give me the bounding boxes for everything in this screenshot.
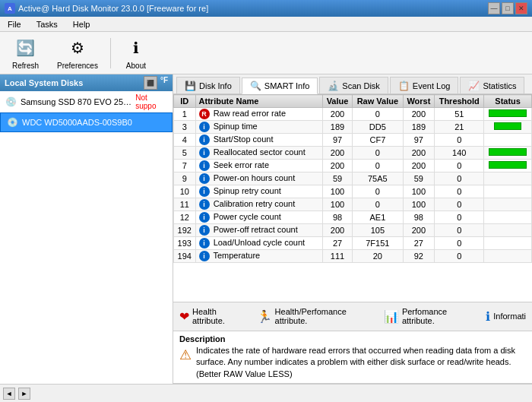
perf-icon: 📊 — [384, 309, 399, 324]
preferences-button[interactable]: ⚙ Preferences — [51, 33, 104, 73]
smart-row-status — [484, 147, 532, 160]
smart-row-name: i Power-on hours count — [195, 173, 322, 185]
smart-row-value: 97 — [322, 134, 352, 147]
tab-disk-info[interactable]: 💾 Disk Info — [176, 77, 240, 93]
smart-info-icon: 🔍 — [250, 81, 261, 91]
legend-info[interactable]: ℹ Informati — [486, 309, 526, 324]
legend-info-label: Informati — [493, 312, 526, 321]
legend-health-perf-label: Health/Perfomance attribute. — [275, 307, 375, 325]
window-controls[interactable]: — □ ✕ — [488, 2, 527, 14]
disk-icon-2: 💿 — [5, 116, 19, 129]
smart-row-raw: 75A5 — [353, 173, 403, 185]
smart-row-value: 100 — [322, 185, 352, 198]
title-bar: A Active@ Hard Disk Monitor 23.0.0 [Free… — [0, 0, 532, 17]
smart-row-status — [484, 250, 532, 263]
refresh-label: Refresh — [12, 62, 39, 70]
smart-row-status — [484, 237, 532, 250]
menu-tasks[interactable]: Tasks — [32, 18, 62, 30]
smart-row-status — [484, 211, 532, 224]
description-section: Description ⚠ Indicates the rate of hard… — [173, 331, 532, 384]
col-attr-name: Attribute Name — [195, 95, 322, 108]
disk-status-1: Not suppo — [135, 93, 168, 110]
smart-row-name: i Spinup time — [195, 121, 322, 134]
legend-health[interactable]: ❤ Health attribute. — [179, 307, 248, 325]
smart-row-name: i Calibration retry count — [195, 198, 322, 211]
disk-icon-1: 💿 — [5, 95, 17, 109]
disk-label-1: Samsung SSD 870 EVO 250GB — [21, 97, 132, 106]
smart-row-raw: 0 — [353, 147, 403, 160]
menu-file[interactable]: File — [3, 18, 26, 30]
smart-row-raw: 0 — [353, 185, 403, 198]
smart-row-worst: 100 — [403, 198, 435, 211]
smart-row-worst: 200 — [403, 160, 435, 173]
refresh-button[interactable]: 🔄 Refresh — [6, 33, 45, 73]
event-log-icon: 📋 — [398, 81, 410, 91]
smart-row-worst: 92 — [403, 250, 435, 263]
minimize-button[interactable]: — — [488, 2, 500, 14]
description-content: ⚠ Indicates the rate of hardware read er… — [179, 345, 526, 380]
disk-list-title: Local System Disks — [5, 78, 83, 87]
smart-row-worst: 27 — [403, 237, 435, 250]
col-worst: Worst — [403, 95, 435, 108]
smart-row-name: i Power cycle count — [195, 211, 322, 224]
disk-info-icon: 💾 — [185, 81, 196, 91]
health-perf-icon: 🏃 — [257, 309, 272, 324]
toolbar-divider — [110, 38, 111, 68]
smart-row-status — [484, 160, 532, 173]
scan-disk-icon: 🔬 — [328, 81, 339, 91]
about-icon: ℹ — [124, 36, 148, 60]
smart-row-id: 192 — [174, 224, 196, 237]
smart-row-name: i Temperature — [195, 250, 322, 263]
smart-row-value: 200 — [322, 224, 352, 237]
tab-event-log-label: Event Log — [413, 81, 451, 90]
about-button[interactable]: ℹ About — [117, 33, 155, 73]
smart-row-name: i Start/Stop count — [195, 134, 322, 147]
menu-help[interactable]: Help — [68, 18, 95, 30]
maximize-button[interactable]: □ — [502, 2, 514, 14]
smart-row-value: 111 — [322, 250, 352, 263]
smart-row-raw: 0 — [353, 108, 403, 121]
smart-row-id: 12 — [174, 211, 196, 224]
header-icons: ⬛ °F — [144, 76, 168, 90]
smart-row-worst: 189 — [403, 121, 435, 134]
smart-row-name: i Power-off retract count — [195, 224, 322, 237]
legend-health-label: Health attribute. — [192, 307, 248, 325]
disk-item-1[interactable]: 💿 Samsung SSD 870 EVO 250GB Not suppo — [0, 91, 173, 112]
smart-row-worst: 200 — [403, 147, 435, 160]
smart-row-raw: 20 — [353, 250, 403, 263]
disk-item-2[interactable]: 💿 WDC WD5000AADS-00S9B0 — [0, 112, 173, 132]
smart-row-status — [484, 185, 532, 198]
legend-perf[interactable]: 📊 Perfomance attribute. — [384, 307, 477, 325]
smart-row-id: 10 — [174, 185, 196, 198]
smart-row-worst: 98 — [403, 211, 435, 224]
smart-row-worst: 200 — [403, 108, 435, 121]
smart-row-raw: 105 — [353, 224, 403, 237]
tab-scan-disk[interactable]: 🔬 Scan Disk — [319, 77, 388, 93]
smart-row-value: 98 — [322, 211, 352, 224]
legend-health-perf[interactable]: 🏃 Health/Perfomance attribute. — [257, 307, 375, 325]
smart-row-name: i Load/Unload cycle count — [195, 237, 322, 250]
smart-row-threshold: 0 — [435, 198, 484, 211]
tab-event-log[interactable]: 📋 Event Log — [390, 77, 459, 93]
tab-smart-info[interactable]: 🔍 SMART Info — [242, 78, 318, 94]
smart-table-container[interactable]: ID Attribute Name Value Raw Value Worst … — [173, 94, 532, 302]
menu-bar: File Tasks Help — [0, 17, 532, 32]
tab-statistics[interactable]: 📈 Statistics — [460, 77, 524, 93]
smart-row-value: 27 — [322, 237, 352, 250]
smart-row-threshold: 21 — [435, 121, 484, 134]
smart-row-id: 193 — [174, 237, 196, 250]
smart-row-threshold: 0 — [435, 211, 484, 224]
smart-row-name: i Spinup retry count — [195, 185, 322, 198]
smart-row-value: 200 — [322, 147, 352, 160]
col-raw: Raw Value — [353, 95, 403, 108]
tab-scan-disk-label: Scan Disk — [342, 81, 380, 90]
smart-row-raw: DD5 — [353, 121, 403, 134]
close-button[interactable]: ✕ — [515, 2, 527, 14]
smart-row-value: 189 — [322, 121, 352, 134]
header-icon-btn-1[interactable]: ⬛ — [144, 76, 157, 90]
nav-prev-button[interactable]: ◄ — [3, 388, 15, 400]
nav-next-button[interactable]: ► — [18, 388, 30, 400]
smart-row-threshold: 0 — [435, 134, 484, 147]
smart-row-value: 200 — [322, 108, 352, 121]
smart-row-status — [484, 198, 532, 211]
